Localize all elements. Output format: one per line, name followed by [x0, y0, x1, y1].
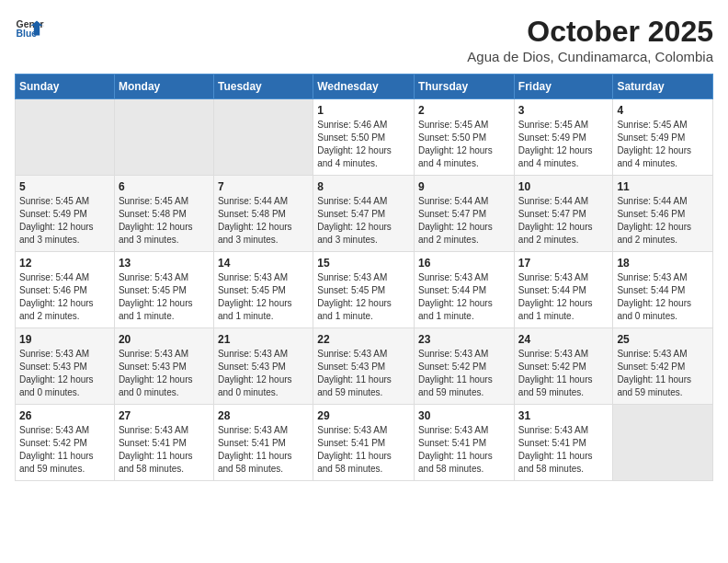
day-info: Sunrise: 5:43 AMSunset: 5:43 PMDaylight:… — [317, 348, 410, 399]
table-row — [114, 99, 213, 176]
day-number: 7 — [218, 180, 309, 193]
header: General Blue October 2025 Agua de Dios, … — [15, 15, 713, 64]
day-number: 10 — [518, 180, 609, 193]
day-number: 24 — [518, 333, 609, 346]
table-row: 10Sunrise: 5:44 AMSunset: 5:47 PMDayligh… — [514, 176, 613, 252]
table-row: 9Sunrise: 5:44 AMSunset: 5:47 PMDaylight… — [415, 176, 515, 252]
day-number: 2 — [418, 104, 510, 117]
table-row: 20Sunrise: 5:43 AMSunset: 5:43 PMDayligh… — [114, 328, 213, 405]
day-info: Sunrise: 5:44 AMSunset: 5:46 PMDaylight:… — [19, 271, 110, 323]
day-number: 3 — [518, 104, 609, 117]
title-area: October 2025 Agua de Dios, Cundinamarca,… — [467, 15, 713, 64]
table-row: 26Sunrise: 5:43 AMSunset: 5:42 PMDayligh… — [16, 405, 115, 481]
logo-icon: General Blue — [15, 15, 44, 44]
day-info: Sunrise: 5:43 AMSunset: 5:43 PMDaylight:… — [119, 348, 210, 399]
table-row: 7Sunrise: 5:44 AMSunset: 5:48 PMDaylight… — [213, 176, 313, 252]
table-row: 13Sunrise: 5:43 AMSunset: 5:45 PMDayligh… — [114, 252, 213, 328]
day-info: Sunrise: 5:45 AMSunset: 5:49 PMDaylight:… — [19, 195, 110, 247]
day-number: 13 — [119, 257, 210, 270]
table-row: 31Sunrise: 5:43 AMSunset: 5:41 PMDayligh… — [514, 405, 613, 481]
day-info: Sunrise: 5:43 AMSunset: 5:42 PMDaylight:… — [617, 348, 709, 399]
day-info: Sunrise: 5:43 AMSunset: 5:43 PMDaylight:… — [19, 348, 110, 399]
day-info: Sunrise: 5:43 AMSunset: 5:43 PMDaylight:… — [218, 348, 309, 399]
col-thursday: Thursday — [415, 75, 515, 99]
table-row: 1Sunrise: 5:46 AMSunset: 5:50 PMDaylight… — [313, 99, 415, 176]
table-row: 29Sunrise: 5:43 AMSunset: 5:41 PMDayligh… — [313, 405, 415, 481]
table-row: 11Sunrise: 5:44 AMSunset: 5:46 PMDayligh… — [613, 176, 713, 252]
table-row: 6Sunrise: 5:45 AMSunset: 5:48 PMDaylight… — [114, 176, 213, 252]
table-row: 3Sunrise: 5:45 AMSunset: 5:49 PMDaylight… — [514, 99, 613, 176]
table-row: 24Sunrise: 5:43 AMSunset: 5:42 PMDayligh… — [514, 328, 613, 405]
day-info: Sunrise: 5:43 AMSunset: 5:42 PMDaylight:… — [518, 348, 609, 399]
calendar-header-row: Sunday Monday Tuesday Wednesday Thursday… — [16, 75, 713, 99]
day-number: 28 — [218, 409, 309, 422]
col-friday: Friday — [514, 75, 613, 99]
day-number: 30 — [418, 409, 510, 422]
day-number: 31 — [518, 409, 609, 422]
table-row: 15Sunrise: 5:43 AMSunset: 5:45 PMDayligh… — [313, 252, 415, 328]
day-info: Sunrise: 5:45 AMSunset: 5:49 PMDaylight:… — [617, 119, 709, 170]
table-row: 28Sunrise: 5:43 AMSunset: 5:41 PMDayligh… — [213, 405, 313, 481]
day-number: 12 — [19, 257, 110, 270]
calendar-week-3: 12Sunrise: 5:44 AMSunset: 5:46 PMDayligh… — [16, 252, 713, 328]
table-row: 30Sunrise: 5:43 AMSunset: 5:41 PMDayligh… — [415, 405, 515, 481]
day-number: 5 — [19, 180, 110, 193]
day-number: 19 — [19, 333, 110, 346]
calendar-table: Sunday Monday Tuesday Wednesday Thursday… — [15, 74, 713, 481]
table-row: 18Sunrise: 5:43 AMSunset: 5:44 PMDayligh… — [613, 252, 713, 328]
day-info: Sunrise: 5:43 AMSunset: 5:41 PMDaylight:… — [218, 424, 309, 476]
day-info: Sunrise: 5:43 AMSunset: 5:45 PMDaylight:… — [119, 271, 210, 323]
day-info: Sunrise: 5:43 AMSunset: 5:41 PMDaylight:… — [418, 424, 510, 476]
day-info: Sunrise: 5:46 AMSunset: 5:50 PMDaylight:… — [317, 119, 410, 170]
table-row — [613, 405, 713, 481]
day-number: 21 — [218, 333, 309, 346]
calendar-week-4: 19Sunrise: 5:43 AMSunset: 5:43 PMDayligh… — [16, 328, 713, 405]
day-info: Sunrise: 5:44 AMSunset: 5:47 PMDaylight:… — [518, 195, 609, 247]
day-number: 1 — [317, 104, 410, 117]
day-info: Sunrise: 5:43 AMSunset: 5:42 PMDaylight:… — [19, 424, 110, 476]
day-info: Sunrise: 5:45 AMSunset: 5:48 PMDaylight:… — [119, 195, 210, 247]
day-number: 23 — [418, 333, 510, 346]
table-row: 12Sunrise: 5:44 AMSunset: 5:46 PMDayligh… — [16, 252, 115, 328]
day-info: Sunrise: 5:44 AMSunset: 5:46 PMDaylight:… — [617, 195, 709, 247]
table-row — [213, 99, 313, 176]
day-info: Sunrise: 5:44 AMSunset: 5:47 PMDaylight:… — [317, 195, 410, 247]
day-info: Sunrise: 5:43 AMSunset: 5:41 PMDaylight:… — [119, 424, 210, 476]
day-info: Sunrise: 5:43 AMSunset: 5:44 PMDaylight:… — [518, 271, 609, 323]
day-info: Sunrise: 5:43 AMSunset: 5:41 PMDaylight:… — [317, 424, 410, 476]
table-row: 4Sunrise: 5:45 AMSunset: 5:49 PMDaylight… — [613, 99, 713, 176]
day-number: 17 — [518, 257, 609, 270]
table-row: 17Sunrise: 5:43 AMSunset: 5:44 PMDayligh… — [514, 252, 613, 328]
col-saturday: Saturday — [613, 75, 713, 99]
calendar-week-5: 26Sunrise: 5:43 AMSunset: 5:42 PMDayligh… — [16, 405, 713, 481]
logo: General Blue — [15, 15, 44, 44]
day-number: 9 — [418, 180, 510, 193]
day-info: Sunrise: 5:43 AMSunset: 5:41 PMDaylight:… — [518, 424, 609, 476]
day-info: Sunrise: 5:43 AMSunset: 5:45 PMDaylight:… — [317, 271, 410, 323]
day-number: 27 — [119, 409, 210, 422]
day-number: 25 — [617, 333, 709, 346]
table-row: 16Sunrise: 5:43 AMSunset: 5:44 PMDayligh… — [415, 252, 515, 328]
day-info: Sunrise: 5:43 AMSunset: 5:44 PMDaylight:… — [617, 271, 709, 323]
day-number: 4 — [617, 104, 709, 117]
col-tuesday: Tuesday — [213, 75, 313, 99]
day-number: 8 — [317, 180, 410, 193]
day-info: Sunrise: 5:45 AMSunset: 5:49 PMDaylight:… — [518, 119, 609, 170]
day-info: Sunrise: 5:43 AMSunset: 5:44 PMDaylight:… — [418, 271, 510, 323]
day-number: 22 — [317, 333, 410, 346]
day-info: Sunrise: 5:45 AMSunset: 5:50 PMDaylight:… — [418, 119, 510, 170]
day-number: 16 — [418, 257, 510, 270]
col-monday: Monday — [114, 75, 213, 99]
table-row: 5Sunrise: 5:45 AMSunset: 5:49 PMDaylight… — [16, 176, 115, 252]
table-row: 2Sunrise: 5:45 AMSunset: 5:50 PMDaylight… — [415, 99, 515, 176]
day-number: 29 — [317, 409, 410, 422]
table-row: 8Sunrise: 5:44 AMSunset: 5:47 PMDaylight… — [313, 176, 415, 252]
table-row: 27Sunrise: 5:43 AMSunset: 5:41 PMDayligh… — [114, 405, 213, 481]
table-row: 23Sunrise: 5:43 AMSunset: 5:42 PMDayligh… — [415, 328, 515, 405]
day-info: Sunrise: 5:44 AMSunset: 5:48 PMDaylight:… — [218, 195, 309, 247]
day-info: Sunrise: 5:43 AMSunset: 5:45 PMDaylight:… — [218, 271, 309, 323]
day-number: 14 — [218, 257, 309, 270]
day-number: 18 — [617, 257, 709, 270]
table-row: 22Sunrise: 5:43 AMSunset: 5:43 PMDayligh… — [313, 328, 415, 405]
day-number: 26 — [19, 409, 110, 422]
